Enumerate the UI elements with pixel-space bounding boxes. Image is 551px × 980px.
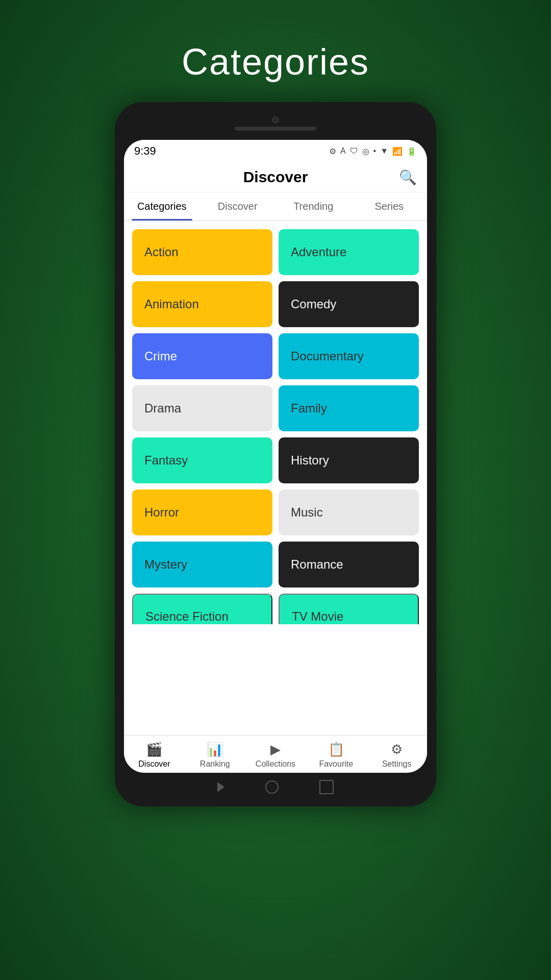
category-row-2: Animation Comedy [132, 281, 419, 327]
ranking-icon: 📊 [207, 742, 223, 757]
discover-icon: 🎬 [146, 742, 162, 757]
category-row-7: Mystery Romance [132, 542, 419, 587]
status-bar: 9:39 ⚙ A 🛡 ◎ • ▼ 📶 🔋 [124, 140, 427, 162]
tab-series[interactable]: Series [352, 192, 428, 220]
nav-settings[interactable]: ⚙ Settings [366, 740, 427, 771]
category-crime[interactable]: Crime [132, 333, 272, 379]
status-icons: ⚙ A 🛡 ◎ • ▼ 📶 🔋 [329, 146, 417, 156]
category-action[interactable]: Action [132, 229, 272, 275]
tab-categories[interactable]: Categories [124, 192, 200, 220]
phone-top-hardware [124, 111, 427, 140]
search-button[interactable]: 🔍 [399, 169, 417, 186]
nav-favourite[interactable]: 📋 Favourite [306, 740, 366, 771]
dot-icon: • [373, 146, 377, 156]
category-tv-movie[interactable]: TV Movie [279, 594, 419, 624]
collections-icon: ▶ [270, 742, 281, 757]
category-mystery[interactable]: Mystery [132, 542, 272, 587]
category-row-1: Action Adventure [132, 229, 419, 275]
signal-icon: 📶 [392, 146, 403, 156]
circle-icon: ◎ [362, 146, 369, 156]
category-drama[interactable]: Drama [132, 385, 272, 431]
phone-screen: 9:39 ⚙ A 🛡 ◎ • ▼ 📶 🔋 Discover 🔍 Categori… [124, 140, 427, 773]
status-time: 9:39 [134, 144, 156, 158]
nav-discover[interactable]: 🎬 Discover [124, 740, 185, 771]
tab-trending[interactable]: Trending [276, 192, 352, 220]
home-button[interactable] [265, 780, 279, 794]
category-fantasy[interactable]: Fantasy [132, 437, 272, 483]
phone-camera [272, 116, 279, 124]
category-music[interactable]: Music [279, 489, 419, 535]
category-row-8-partial: Science Fiction TV Movie [132, 594, 419, 624]
category-adventure[interactable]: Adventure [279, 229, 419, 275]
a-icon: A [340, 146, 346, 156]
recents-button[interactable] [319, 780, 334, 794]
gear-icon: ⚙ [329, 146, 336, 156]
top-bar: Discover 🔍 [124, 162, 427, 192]
settings-icon: ⚙ [391, 742, 403, 757]
category-history[interactable]: History [279, 437, 419, 483]
category-row-5: Fantasy History [132, 437, 419, 483]
app-title: Discover [243, 168, 308, 186]
category-row-4: Drama Family [132, 385, 419, 431]
category-romance[interactable]: Romance [279, 542, 419, 587]
nav-ranking[interactable]: 📊 Ranking [185, 740, 245, 771]
bottom-nav: 🎬 Discover 📊 Ranking ▶ Collections 📋 Fav… [124, 735, 427, 773]
category-science-fiction[interactable]: Science Fiction [132, 594, 272, 624]
category-row-6: Horror Music [132, 489, 419, 535]
battery-icon: 🔋 [407, 146, 417, 156]
category-comedy[interactable]: Comedy [279, 281, 419, 327]
shield-icon: 🛡 [350, 146, 358, 156]
category-row-3: Crime Documentary [132, 333, 419, 379]
page-title: Categories [0, 41, 551, 83]
phone-home-area [124, 773, 427, 797]
category-documentary[interactable]: Documentary [279, 333, 419, 379]
wifi-icon: ▼ [380, 146, 388, 156]
tabs-bar: Categories Discover Trending Series [124, 192, 427, 221]
category-animation[interactable]: Animation [132, 281, 272, 327]
category-family[interactable]: Family [279, 385, 419, 431]
phone-speaker [235, 127, 316, 131]
tab-discover[interactable]: Discover [200, 192, 276, 220]
back-button[interactable] [217, 782, 224, 792]
phone-device: 9:39 ⚙ A 🛡 ◎ • ▼ 📶 🔋 Discover 🔍 Categori… [115, 102, 436, 806]
favourite-icon: 📋 [328, 742, 344, 757]
nav-collections[interactable]: ▶ Collections [245, 740, 306, 771]
category-horror[interactable]: Horror [132, 489, 272, 535]
categories-content: Action Adventure Animation Comedy Crime [124, 221, 427, 735]
